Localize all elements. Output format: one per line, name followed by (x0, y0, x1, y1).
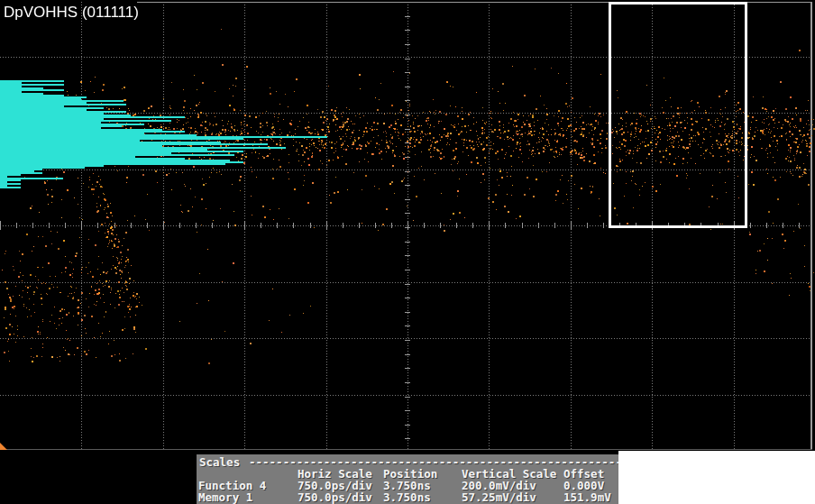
measurement-title: DpVOHHS (011111) (4, 4, 139, 22)
oscilloscope-screen: DpVOHHS (011111) Scales-----------------… (0, 0, 815, 504)
selection-region-box[interactable] (609, 2, 747, 228)
scales-cell-vertical_scale: 57.25mV/div (462, 490, 536, 504)
scales-data-row: Function 4750.0ps/div3.750ns200.0mV/div0… (197, 479, 618, 490)
trigger-marker-icon (0, 443, 7, 450)
scales-title-row: Scales----------------------------------… (197, 455, 618, 467)
scales-panel: Scales----------------------------------… (197, 454, 618, 504)
scales-data-row: Memory 1750.0ps/div3.750ns57.25mV/div151… (197, 490, 618, 502)
scales-cell-name: Memory 1 (198, 490, 252, 504)
scales-cell-offset: 151.9mV (563, 490, 611, 504)
scales-cell-horiz_scale: 750.0ps/div (298, 490, 372, 504)
page-background-area (618, 451, 815, 504)
scales-header-row: Horiz ScalePositionVertical ScaleOffset (197, 467, 618, 479)
scales-cell-position: 3.750ns (383, 490, 431, 504)
